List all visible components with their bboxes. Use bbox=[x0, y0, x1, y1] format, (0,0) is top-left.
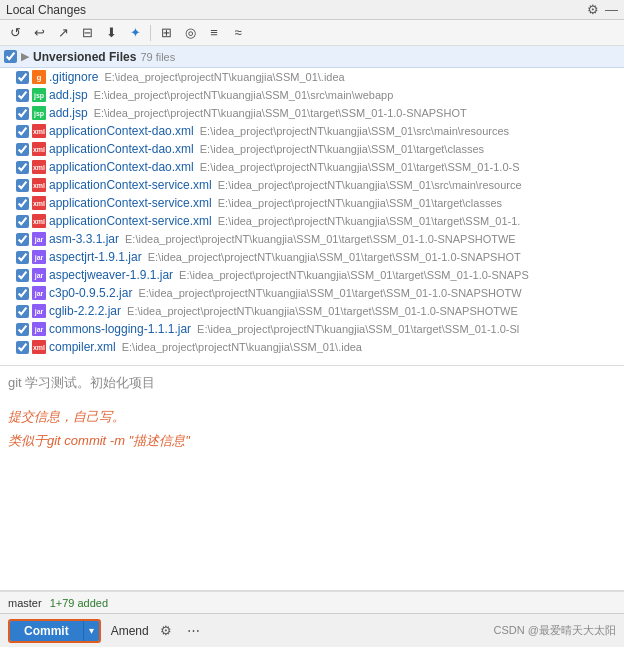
folder-icon: ▶ bbox=[21, 50, 29, 63]
file-path: E:\idea_project\projectNT\kuangjia\SSM_0… bbox=[179, 269, 529, 281]
file-type-icon: jar bbox=[32, 322, 46, 336]
file-checkbox[interactable] bbox=[16, 107, 29, 120]
commit-message-input[interactable] bbox=[8, 454, 616, 582]
file-path: E:\idea_project\projectNT\kuangjia\SSM_0… bbox=[94, 89, 394, 101]
file-type-icon: jar bbox=[32, 286, 46, 300]
commit-hint-line: git 学习测试。初始化项目 bbox=[8, 374, 616, 392]
list-item[interactable]: jar aspectjrt-1.9.1.jar E:\idea_project\… bbox=[0, 248, 624, 266]
file-type-icon: xml bbox=[32, 214, 46, 228]
file-name: cglib-2.2.2.jar bbox=[49, 304, 121, 318]
commit-main-button[interactable]: Commit bbox=[10, 621, 83, 641]
branch-label: master bbox=[8, 597, 42, 609]
file-name: add.jsp bbox=[49, 106, 88, 120]
file-checkbox[interactable] bbox=[16, 269, 29, 282]
list-button[interactable]: ≡ bbox=[203, 23, 225, 43]
minimize-icon[interactable]: — bbox=[605, 2, 618, 17]
list-item[interactable]: jar c3p0-0.9.5.2.jar E:\idea_project\pro… bbox=[0, 284, 624, 302]
file-type-icon: xml bbox=[32, 340, 46, 354]
list-item[interactable]: jar cglib-2.2.2.jar E:\idea_project\proj… bbox=[0, 302, 624, 320]
file-checkbox[interactable] bbox=[16, 89, 29, 102]
diff-button[interactable]: ◎ bbox=[179, 23, 201, 43]
file-name: applicationContext-dao.xml bbox=[49, 160, 194, 174]
window-title: Local Changes bbox=[6, 3, 86, 17]
list-item[interactable]: jar asm-3.3.1.jar E:\idea_project\projec… bbox=[0, 230, 624, 248]
file-checkbox[interactable] bbox=[16, 323, 29, 336]
file-checkbox[interactable] bbox=[16, 233, 29, 246]
file-path: E:\idea_project\projectNT\kuangjia\SSM_0… bbox=[218, 197, 502, 209]
list-item[interactable]: jar aspectjweaver-1.9.1.jar E:\idea_proj… bbox=[0, 266, 624, 284]
list-item[interactable]: jar commons-logging-1.1.1.jar E:\idea_pr… bbox=[0, 320, 624, 338]
file-list: g .gitignore E:\idea_project\projectNT\k… bbox=[0, 68, 624, 356]
amend-label: Amend bbox=[111, 624, 149, 638]
file-path: E:\idea_project\projectNT\kuangjia\SSM_0… bbox=[104, 71, 344, 83]
toolbar-separator bbox=[150, 25, 151, 41]
file-checkbox[interactable] bbox=[16, 305, 29, 318]
file-name: c3p0-0.9.5.2.jar bbox=[49, 286, 132, 300]
file-checkbox[interactable] bbox=[16, 197, 29, 210]
list-item[interactable]: xml applicationContext-dao.xml E:\idea_p… bbox=[0, 122, 624, 140]
extract-button[interactable]: ⬇ bbox=[100, 23, 122, 43]
file-type-icon: jsp bbox=[32, 106, 46, 120]
file-name: applicationContext-service.xml bbox=[49, 178, 212, 192]
credit-text: CSDN @最爱晴天大太阳 bbox=[494, 623, 616, 638]
list-item[interactable]: jsp add.jsp E:\idea_project\projectNT\ku… bbox=[0, 86, 624, 104]
commit-hint-text-1: 提交信息，自己写。 bbox=[8, 408, 616, 426]
status-bar: master 1+79 added bbox=[0, 591, 624, 613]
file-checkbox[interactable] bbox=[16, 143, 29, 156]
file-type-icon: xml bbox=[32, 160, 46, 174]
file-checkbox[interactable] bbox=[16, 251, 29, 264]
file-type-icon: xml bbox=[32, 196, 46, 210]
file-checkbox[interactable] bbox=[16, 161, 29, 174]
gear-icon[interactable]: ⚙ bbox=[587, 2, 599, 17]
file-checkbox[interactable] bbox=[16, 341, 29, 354]
group-checkbox[interactable] bbox=[4, 50, 17, 63]
list-item[interactable]: xml applicationContext-service.xml E:\id… bbox=[0, 194, 624, 212]
list-item[interactable]: xml compiler.xml E:\idea_project\project… bbox=[0, 338, 624, 356]
commit-button-group: Commit ▾ bbox=[8, 619, 101, 643]
file-name: commons-logging-1.1.1.jar bbox=[49, 322, 191, 336]
file-checkbox[interactable] bbox=[16, 71, 29, 84]
file-name: compiler.xml bbox=[49, 340, 116, 354]
file-list-area: ▶ Unversioned Files 79 files g .gitignor… bbox=[0, 46, 624, 366]
file-path: E:\idea_project\projectNT\kuangjia\SSM_0… bbox=[200, 143, 484, 155]
undo-button[interactable]: ↩ bbox=[28, 23, 50, 43]
list-item[interactable]: xml applicationContext-service.xml E:\id… bbox=[0, 176, 624, 194]
status-added: 1+79 added bbox=[50, 597, 108, 609]
file-path: E:\idea_project\projectNT\kuangjia\SSM_0… bbox=[197, 323, 519, 335]
bottom-bar: Commit ▾ Amend ⚙ ⋯ CSDN @最爱晴天大太阳 bbox=[0, 613, 624, 647]
file-name: add.jsp bbox=[49, 88, 88, 102]
file-type-icon: xml bbox=[32, 124, 46, 138]
save-button[interactable]: ⊟ bbox=[76, 23, 98, 43]
file-name: applicationContext-service.xml bbox=[49, 214, 212, 228]
file-name: applicationContext-dao.xml bbox=[49, 124, 194, 138]
list-item[interactable]: g .gitignore E:\idea_project\projectNT\k… bbox=[0, 68, 624, 86]
move-button[interactable]: ↗ bbox=[52, 23, 74, 43]
file-path: E:\idea_project\projectNT\kuangjia\SSM_0… bbox=[200, 125, 509, 137]
file-checkbox[interactable] bbox=[16, 125, 29, 138]
sort-button[interactable]: ≈ bbox=[227, 23, 249, 43]
commit-hint-text-2: 类似于git commit -m "描述信息" bbox=[8, 432, 616, 450]
file-checkbox[interactable] bbox=[16, 287, 29, 300]
list-item[interactable]: xml applicationContext-dao.xml E:\idea_p… bbox=[0, 140, 624, 158]
file-path: E:\idea_project\projectNT\kuangjia\SSM_0… bbox=[148, 251, 521, 263]
file-path: E:\idea_project\projectNT\kuangjia\SSM_0… bbox=[94, 107, 467, 119]
file-name: applicationContext-service.xml bbox=[49, 196, 212, 210]
file-type-icon: jar bbox=[32, 250, 46, 264]
commit-dropdown-button[interactable]: ▾ bbox=[83, 621, 99, 641]
list-item[interactable]: xml applicationContext-dao.xml E:\idea_p… bbox=[0, 158, 624, 176]
file-path: E:\idea_project\projectNT\kuangjia\SSM_0… bbox=[122, 341, 362, 353]
group-header: ▶ Unversioned Files 79 files bbox=[0, 46, 624, 68]
refresh-button[interactable]: ↺ bbox=[4, 23, 26, 43]
list-item[interactable]: xml applicationContext-service.xml E:\id… bbox=[0, 212, 624, 230]
file-checkbox[interactable] bbox=[16, 215, 29, 228]
more-options-button[interactable]: ⋯ bbox=[183, 620, 205, 642]
compare-button[interactable]: ✦ bbox=[124, 23, 146, 43]
list-item[interactable]: jsp add.jsp E:\idea_project\projectNT\ku… bbox=[0, 104, 624, 122]
file-type-icon: jar bbox=[32, 232, 46, 246]
file-type-icon: xml bbox=[32, 178, 46, 192]
file-checkbox[interactable] bbox=[16, 179, 29, 192]
file-name: aspectjweaver-1.9.1.jar bbox=[49, 268, 173, 282]
file-type-icon: g bbox=[32, 70, 46, 84]
amend-settings-button[interactable]: ⚙ bbox=[155, 620, 177, 642]
group-button[interactable]: ⊞ bbox=[155, 23, 177, 43]
